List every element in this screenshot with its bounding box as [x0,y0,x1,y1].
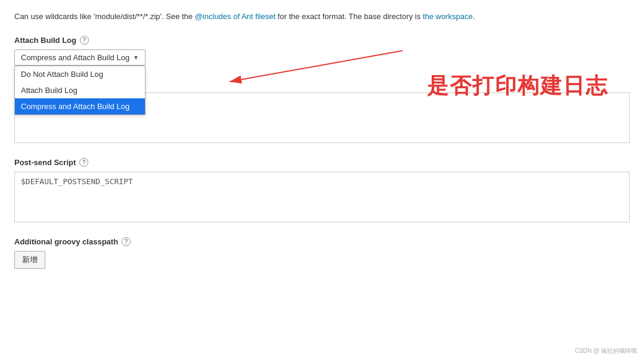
additional-groovy-section: Additional groovy classpath ? 新增 [14,237,630,269]
attach-build-log-label: Attach Build Log ? [14,36,630,45]
dropdown-item-attach[interactable]: Attach Build Log [15,82,145,98]
chevron-down-icon: ▼ [133,54,139,61]
info-text-part3: . [473,12,475,21]
page-container: Can use wildcards like 'module/dist/**/*… [0,0,644,360]
attach-build-log-section: Attach Build Log ? Compress and Attach B… [14,36,630,66]
attach-build-log-dropdown[interactable]: Compress and Attach Build Log ▼ Do Not A… [14,49,145,66]
attach-build-log-selected[interactable]: Compress and Attach Build Log ▼ [14,49,145,66]
attach-build-log-help-icon[interactable]: ? [80,36,89,45]
post-send-script-input[interactable]: $DEFAULT_POSTSEND_SCRIPT [14,172,630,222]
dropdown-item-compress-attach[interactable]: Compress and Attach Build Log [15,98,145,114]
dropdown-item-do-not-attach[interactable]: Do Not Attach Build Log [15,66,145,82]
additional-groovy-help-icon[interactable]: ? [122,237,131,246]
info-text-part2: for the exact format. The base directory… [275,12,423,21]
post-send-script-help-icon[interactable]: ? [79,158,88,167]
workspace-link[interactable]: the workspace [423,12,473,21]
info-text-part1: Can use wildcards like 'module/dist/**/*… [14,12,195,21]
attach-build-log-menu: Do Not Attach Build Log Attach Build Log… [14,66,145,115]
additional-groovy-label: Additional groovy classpath ? [14,237,630,246]
post-send-script-section: Post-send Script ? $DEFAULT_POSTSEND_SCR… [14,158,630,224]
post-send-script-label: Post-send Script ? [14,158,630,167]
annotation-text: 是否打印构建日志 [427,72,608,101]
ant-fileset-link[interactable]: @includes of Ant fileset [195,12,275,21]
attach-build-log-selected-text: Compress and Attach Build Log [21,53,129,62]
add-groovy-button[interactable]: 新增 [14,251,45,269]
info-text: Can use wildcards like 'module/dist/**/*… [14,11,630,23]
watermark: CSDN @ 疯狂的哦咩哦 [575,347,637,355]
